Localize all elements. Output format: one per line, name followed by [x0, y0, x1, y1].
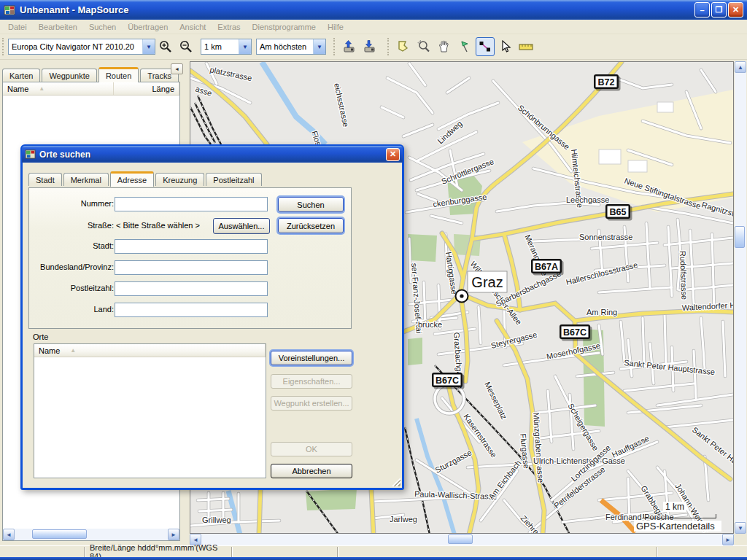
sort-indicator-icon: ▲	[39, 85, 44, 92]
eigenschaften-button[interactable]: Eigenschaften...	[271, 374, 352, 389]
orte-suchen-dialog: Orte suchen ✕ StadtMerkmalAdresseKreuzun…	[20, 144, 404, 490]
dialog-title-bar[interactable]: Orte suchen ✕	[22, 146, 403, 163]
chevron-down-icon[interactable]: ▼	[142, 39, 155, 54]
selection-arrow-tool[interactable]	[496, 37, 515, 56]
dialog-tabs: StadtMerkmalAdresseKreuzungPostleitzahl	[28, 171, 263, 187]
detail-level-combo[interactable]: Am höchsten ▼	[256, 39, 326, 55]
measure-distance-tool[interactable]	[516, 37, 535, 56]
voreinstellungen-button[interactable]: Voreinstellungen...	[271, 351, 352, 365]
scrollbar-thumb[interactable]	[448, 534, 473, 544]
menu-ansicht[interactable]: Ansicht	[174, 21, 212, 33]
street-label: Am Ring	[587, 308, 617, 316]
dialog-tab-postleitzahl[interactable]: Postleitzahl	[206, 173, 261, 186]
menu-suchen[interactable]: Suchen	[83, 21, 122, 33]
status-separator	[231, 547, 233, 557]
list-header: Name▲ Länge	[3, 82, 179, 96]
strasse-label: Straße:	[32, 221, 114, 230]
dialog-tab-kreuzung[interactable]: Kreuzung	[155, 173, 204, 186]
zuruecksetzen-button[interactable]: Zurücksetzen	[278, 218, 344, 233]
dialog-tab-stadt[interactable]: Stadt	[28, 173, 62, 186]
zoom-tool[interactable]	[414, 37, 433, 56]
panel-horizontal-scrollbar[interactable]: ◄ ►	[3, 529, 179, 540]
land-label: Land:	[32, 305, 114, 314]
mapsource-window: Unbenannt - MapSource – ❐ ✕ DateiBearbei…	[0, 0, 747, 560]
column-header-name[interactable]: Name▲	[34, 344, 266, 357]
map-product-value: Europa City Navigator NT 2010.20	[9, 42, 142, 51]
menu-bar: DateiBearbeitenSuchenÜbertragenAnsichtEx…	[0, 20, 747, 34]
status-bar: Breite/Länge hddd°mm.mmm'(WGS 84)	[0, 545, 747, 557]
chevron-down-icon[interactable]: ▼	[239, 39, 251, 54]
scroll-down-icon[interactable]: ▼	[735, 522, 746, 534]
street-label: Leechgasse	[566, 195, 609, 204]
dialog-tab-merkmal[interactable]: Merkmal	[63, 173, 109, 186]
menu-übertragen[interactable]: Übertragen	[122, 21, 174, 33]
orte-result-list[interactable]: Name▲	[34, 343, 266, 478]
map-scale-text: 1 km	[663, 502, 686, 512]
menu-bearbeiten[interactable]: Bearbeiten	[33, 21, 83, 33]
dialog-tab-adresse[interactable]: Adresse	[110, 171, 154, 187]
auswaehlen-button[interactable]: Auswählen...	[213, 218, 270, 234]
scrollbar-corner	[735, 534, 746, 545]
toolbar-grip	[2, 38, 6, 55]
zoom-in-button[interactable]	[156, 37, 175, 56]
map-vertical-scrollbar[interactable]: ▲ ▼	[735, 61, 746, 534]
receive-from-device-button[interactable]	[360, 37, 379, 56]
street-label: Jarlweg	[390, 515, 417, 524]
street-label: Messeplatz	[483, 381, 508, 421]
map-scale-bar	[643, 514, 716, 518]
menu-extras[interactable]: Extras	[212, 21, 246, 33]
tab-wegpunkte[interactable]: Wegpunkte	[42, 69, 96, 82]
route-badge-B72: B72	[594, 74, 621, 91]
scrollbar-thumb[interactable]	[32, 529, 87, 539]
postleitzahl-input[interactable]	[115, 281, 268, 296]
tab-routen[interactable]: Routen	[98, 67, 139, 82]
ok-button[interactable]: OK	[271, 442, 352, 456]
menu-datei[interactable]: Datei	[2, 21, 33, 33]
zoom-scale-value: 1 km	[201, 42, 239, 51]
stadt-input[interactable]	[115, 239, 268, 254]
title-bar: Unbenannt - MapSource – ❐ ✕	[0, 0, 747, 20]
abbrechen-button[interactable]: Abbrechen	[271, 464, 352, 478]
panel-collapse-button[interactable]: ◄	[171, 63, 183, 74]
tab-karten[interactable]: Karten	[2, 69, 40, 82]
panel-tabs: KartenWegpunkteRoutenTracks	[2, 67, 180, 82]
column-header-laenge[interactable]: Länge	[114, 82, 179, 95]
route-badge-B65: B65	[605, 204, 632, 221]
zoom-scale-combo[interactable]: 1 km ▼	[201, 39, 252, 55]
scroll-up-icon[interactable]: ▲	[735, 61, 746, 73]
pan-hand-tool[interactable]	[435, 37, 454, 56]
dialog-close-icon[interactable]: ✕	[386, 148, 400, 161]
route-badge-B67C: B67C	[560, 324, 592, 341]
land-input[interactable]	[115, 303, 268, 317]
detail-level-value: Am höchsten	[257, 42, 313, 51]
street-label: Sturzgasse	[433, 448, 473, 474]
scroll-left-icon[interactable]: ◄	[3, 529, 15, 540]
chevron-down-icon[interactable]: ▼	[313, 39, 325, 54]
restore-button[interactable]: ❐	[711, 2, 727, 18]
waypoint-flag-tool[interactable]	[455, 37, 474, 56]
postleitzahl-label: Postleitzahl:	[32, 284, 114, 292]
street-label: Sankt Peter Hauptstrasse	[624, 358, 716, 376]
map-horizontal-scrollbar[interactable]: ◄ ►	[190, 534, 734, 545]
nummer-input[interactable]	[115, 197, 268, 211]
suchen-button[interactable]: Suchen	[278, 197, 344, 212]
bundesland-input[interactable]	[115, 260, 268, 275]
route-tool[interactable]	[476, 37, 495, 56]
map-select-tool[interactable]	[394, 37, 413, 56]
list-header: Name▲	[34, 344, 266, 357]
wegpunkt-erstellen-button[interactable]: Wegpunkt erstellen...	[271, 396, 352, 411]
gps-map-details-label: GPS-Kartendetails	[634, 521, 721, 532]
dialog-resize-grip[interactable]	[392, 478, 400, 486]
strasse-value: < Bitte Straße wählen >	[116, 221, 200, 230]
minimize-button[interactable]: –	[694, 2, 710, 18]
scrollbar-thumb[interactable]	[735, 226, 745, 248]
menu-dienstprogramme[interactable]: Dienstprogramme	[247, 21, 322, 33]
close-button[interactable]: ✕	[728, 2, 743, 18]
scroll-right-icon[interactable]: ►	[722, 534, 734, 545]
zoom-out-button[interactable]	[177, 37, 196, 56]
column-header-name[interactable]: Name▲	[3, 82, 114, 95]
menu-hilfe[interactable]: Hilfe	[322, 21, 349, 33]
scroll-right-icon[interactable]: ►	[168, 529, 179, 540]
send-to-device-button[interactable]	[340, 37, 359, 56]
map-product-combo[interactable]: Europa City Navigator NT 2010.20 ▼	[8, 39, 155, 55]
